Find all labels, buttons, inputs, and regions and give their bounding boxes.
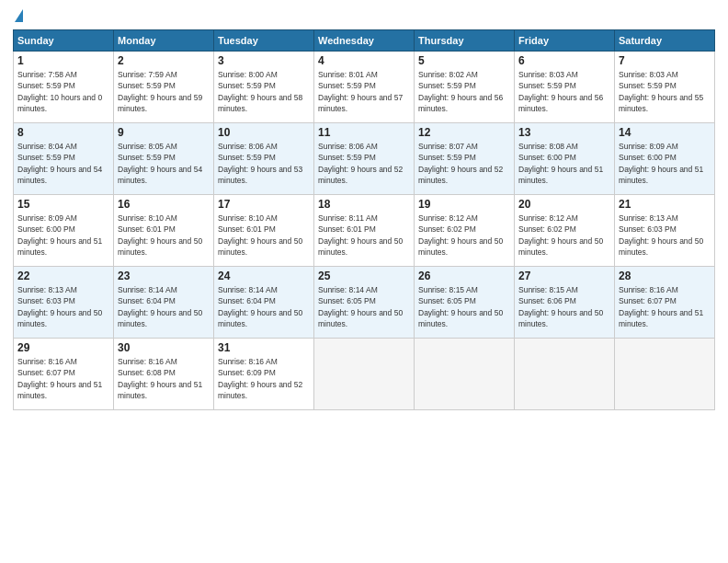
header-row: SundayMondayTuesdayWednesdayThursdayFrid… <box>14 30 715 52</box>
day-cell: 23Sunrise: 8:14 AMSunset: 6:04 PMDayligh… <box>114 267 214 339</box>
day-cell: 21Sunrise: 8:13 AMSunset: 6:03 PMDayligh… <box>615 195 715 267</box>
day-cell <box>515 339 615 410</box>
day-info: Sunrise: 8:14 AMSunset: 6:05 PMDaylight:… <box>318 285 403 328</box>
day-number: 26 <box>418 270 510 282</box>
day-cell: 17Sunrise: 8:10 AMSunset: 6:01 PMDayligh… <box>214 195 314 267</box>
logo-triangle-icon <box>15 9 23 22</box>
day-cell: 20Sunrise: 8:12 AMSunset: 6:02 PMDayligh… <box>515 195 615 267</box>
day-info: Sunrise: 8:16 AMSunset: 6:07 PMDaylight:… <box>17 357 102 400</box>
day-cell: 7Sunrise: 8:03 AMSunset: 5:59 PMDaylight… <box>615 52 715 123</box>
day-number: 25 <box>318 270 410 282</box>
day-info: Sunrise: 8:14 AMSunset: 6:04 PMDaylight:… <box>118 285 202 328</box>
day-number: 23 <box>118 270 210 282</box>
day-cell: 6Sunrise: 8:03 AMSunset: 5:59 PMDaylight… <box>515 52 615 123</box>
day-number: 21 <box>619 198 711 211</box>
day-number: 8 <box>17 126 109 139</box>
day-cell: 15Sunrise: 8:09 AMSunset: 6:00 PMDayligh… <box>14 195 114 267</box>
week-row-4: 22Sunrise: 8:13 AMSunset: 6:03 PMDayligh… <box>14 267 715 339</box>
day-number: 15 <box>17 198 109 211</box>
day-cell <box>314 339 415 410</box>
day-info: Sunrise: 8:05 AMSunset: 5:59 PMDaylight:… <box>118 142 202 185</box>
day-info: Sunrise: 8:15 AMSunset: 6:05 PMDaylight:… <box>418 285 503 328</box>
header <box>13 9 715 22</box>
col-header-sunday: Sunday <box>14 30 114 52</box>
day-info: Sunrise: 8:08 AMSunset: 6:00 PMDaylight:… <box>518 142 603 185</box>
day-number: 9 <box>118 126 210 139</box>
day-number: 6 <box>518 54 610 67</box>
day-cell: 28Sunrise: 8:16 AMSunset: 6:07 PMDayligh… <box>615 267 715 339</box>
day-number: 30 <box>118 341 210 354</box>
day-number: 17 <box>218 198 310 211</box>
day-info: Sunrise: 8:00 AMSunset: 5:59 PMDaylight:… <box>218 70 302 113</box>
day-cell: 9Sunrise: 8:05 AMSunset: 5:59 PMDaylight… <box>114 123 214 195</box>
day-number: 14 <box>619 126 711 139</box>
day-number: 11 <box>318 126 410 139</box>
day-number: 24 <box>218 270 310 282</box>
day-cell: 8Sunrise: 8:04 AMSunset: 5:59 PMDaylight… <box>14 123 114 195</box>
day-info: Sunrise: 8:16 AMSunset: 6:07 PMDaylight:… <box>619 285 703 328</box>
logo <box>13 9 23 22</box>
day-number: 4 <box>318 54 410 67</box>
day-cell: 31Sunrise: 8:16 AMSunset: 6:09 PMDayligh… <box>214 339 314 410</box>
day-number: 29 <box>17 341 109 354</box>
day-number: 10 <box>218 126 310 139</box>
day-info: Sunrise: 8:03 AMSunset: 5:59 PMDaylight:… <box>619 70 703 113</box>
calendar-table: SundayMondayTuesdayWednesdayThursdayFrid… <box>13 29 715 410</box>
day-info: Sunrise: 8:11 AMSunset: 6:01 PMDaylight:… <box>318 213 403 257</box>
day-info: Sunrise: 8:02 AMSunset: 5:59 PMDaylight:… <box>418 70 503 113</box>
day-number: 18 <box>318 198 410 211</box>
day-cell: 5Sunrise: 8:02 AMSunset: 5:59 PMDaylight… <box>415 52 515 123</box>
day-info: Sunrise: 8:09 AMSunset: 6:00 PMDaylight:… <box>619 142 703 185</box>
day-info: Sunrise: 8:03 AMSunset: 5:59 PMDaylight:… <box>518 70 603 113</box>
col-header-wednesday: Wednesday <box>314 30 415 52</box>
day-info: Sunrise: 8:09 AMSunset: 6:00 PMDaylight:… <box>17 213 102 257</box>
day-number: 16 <box>118 198 210 211</box>
day-cell: 3Sunrise: 8:00 AMSunset: 5:59 PMDaylight… <box>214 52 314 123</box>
week-row-5: 29Sunrise: 8:16 AMSunset: 6:07 PMDayligh… <box>14 339 715 410</box>
day-info: Sunrise: 8:16 AMSunset: 6:09 PMDaylight:… <box>218 357 302 400</box>
day-number: 13 <box>518 126 610 139</box>
day-cell: 29Sunrise: 8:16 AMSunset: 6:07 PMDayligh… <box>14 339 114 410</box>
day-info: Sunrise: 8:15 AMSunset: 6:06 PMDaylight:… <box>518 285 603 328</box>
day-cell: 4Sunrise: 8:01 AMSunset: 5:59 PMDaylight… <box>314 52 415 123</box>
day-info: Sunrise: 7:58 AMSunset: 5:59 PMDaylight:… <box>17 70 102 113</box>
calendar-container: SundayMondayTuesdayWednesdayThursdayFrid… <box>0 0 728 416</box>
week-row-3: 15Sunrise: 8:09 AMSunset: 6:00 PMDayligh… <box>14 195 715 267</box>
day-cell: 26Sunrise: 8:15 AMSunset: 6:05 PMDayligh… <box>415 267 515 339</box>
day-number: 2 <box>118 54 210 67</box>
day-number: 28 <box>619 270 711 282</box>
day-cell: 19Sunrise: 8:12 AMSunset: 6:02 PMDayligh… <box>415 195 515 267</box>
day-number: 31 <box>218 341 310 354</box>
day-cell: 18Sunrise: 8:11 AMSunset: 6:01 PMDayligh… <box>314 195 415 267</box>
day-cell <box>615 339 715 410</box>
col-header-saturday: Saturday <box>615 30 715 52</box>
day-cell: 13Sunrise: 8:08 AMSunset: 6:00 PMDayligh… <box>515 123 615 195</box>
day-cell: 24Sunrise: 8:14 AMSunset: 6:04 PMDayligh… <box>214 267 314 339</box>
day-number: 5 <box>418 54 510 67</box>
week-row-2: 8Sunrise: 8:04 AMSunset: 5:59 PMDaylight… <box>14 123 715 195</box>
day-number: 19 <box>418 198 510 211</box>
day-number: 7 <box>619 54 711 67</box>
day-info: Sunrise: 7:59 AMSunset: 5:59 PMDaylight:… <box>118 70 202 113</box>
day-cell: 11Sunrise: 8:06 AMSunset: 5:59 PMDayligh… <box>314 123 415 195</box>
day-cell: 22Sunrise: 8:13 AMSunset: 6:03 PMDayligh… <box>14 267 114 339</box>
day-info: Sunrise: 8:12 AMSunset: 6:02 PMDaylight:… <box>418 213 503 257</box>
day-cell: 25Sunrise: 8:14 AMSunset: 6:05 PMDayligh… <box>314 267 415 339</box>
day-info: Sunrise: 8:10 AMSunset: 6:01 PMDaylight:… <box>218 213 302 257</box>
day-number: 22 <box>17 270 109 282</box>
col-header-tuesday: Tuesday <box>214 30 314 52</box>
day-number: 3 <box>218 54 310 67</box>
day-cell: 10Sunrise: 8:06 AMSunset: 5:59 PMDayligh… <box>214 123 314 195</box>
day-cell: 30Sunrise: 8:16 AMSunset: 6:08 PMDayligh… <box>114 339 214 410</box>
day-info: Sunrise: 8:07 AMSunset: 5:59 PMDaylight:… <box>418 142 503 185</box>
day-info: Sunrise: 8:06 AMSunset: 5:59 PMDaylight:… <box>218 142 302 185</box>
day-cell: 12Sunrise: 8:07 AMSunset: 5:59 PMDayligh… <box>415 123 515 195</box>
day-info: Sunrise: 8:13 AMSunset: 6:03 PMDaylight:… <box>17 285 102 328</box>
col-header-friday: Friday <box>515 30 615 52</box>
day-info: Sunrise: 8:10 AMSunset: 6:01 PMDaylight:… <box>118 213 202 257</box>
day-cell: 2Sunrise: 7:59 AMSunset: 5:59 PMDaylight… <box>114 52 214 123</box>
day-info: Sunrise: 8:06 AMSunset: 5:59 PMDaylight:… <box>318 142 403 185</box>
day-number: 20 <box>518 198 610 211</box>
day-number: 1 <box>17 54 109 67</box>
day-info: Sunrise: 8:01 AMSunset: 5:59 PMDaylight:… <box>318 70 403 113</box>
